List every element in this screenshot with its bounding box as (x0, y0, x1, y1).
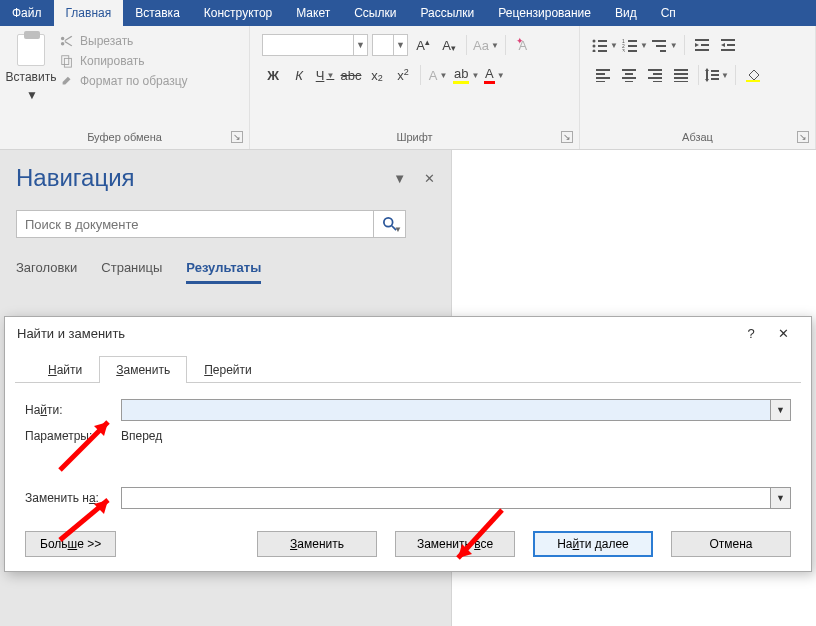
clear-formatting-button[interactable]: A✦ (512, 34, 534, 56)
superscript-button[interactable]: x2 (392, 64, 414, 86)
find-next-button[interactable]: Найти далее (533, 531, 653, 557)
menu-mailings[interactable]: Рассылки (408, 0, 486, 26)
font-name-combo[interactable]: ▼ (262, 34, 368, 56)
menu-layout[interactable]: Макет (284, 0, 342, 26)
align-center-button[interactable] (618, 64, 640, 86)
menubar: Файл Главная Вставка Конструктор Макет С… (0, 0, 816, 26)
align-right-icon (648, 68, 662, 82)
menu-references[interactable]: Ссылки (342, 0, 408, 26)
replace-label: Заменить на: (25, 491, 111, 505)
subscript-button[interactable]: x2 (366, 64, 388, 86)
decrease-indent-button[interactable] (691, 34, 713, 56)
svg-rect-35 (648, 77, 662, 79)
change-case-button[interactable]: Aa▼ (473, 34, 499, 56)
menu-insert[interactable]: Вставка (123, 0, 192, 26)
menu-review[interactable]: Рецензирование (486, 0, 603, 26)
replace-button[interactable]: Заменить (257, 531, 377, 557)
shrink-font-button[interactable]: A▾ (438, 34, 460, 56)
svg-rect-16 (660, 50, 666, 52)
bold-button[interactable]: Ж (262, 64, 284, 86)
svg-rect-47 (746, 80, 760, 82)
nav-tab-results[interactable]: Результаты (186, 260, 261, 284)
numbering-button[interactable]: 123▼ (622, 34, 648, 56)
chevron-down-icon: ▼ (26, 88, 38, 102)
dialog-tab-replace[interactable]: Заменить (99, 356, 187, 383)
cancel-button[interactable]: Отмена (671, 531, 791, 557)
svg-rect-32 (625, 81, 633, 82)
replace-history-dropdown[interactable]: ▼ (771, 487, 791, 509)
nav-dropdown[interactable]: ▼ (393, 171, 406, 186)
dialog-help-button[interactable]: ? (735, 326, 767, 341)
svg-marker-41 (705, 68, 709, 71)
svg-rect-30 (625, 73, 633, 75)
shading-button[interactable] (742, 64, 764, 86)
replace-all-button[interactable]: Заменить все (395, 531, 515, 557)
svg-rect-22 (727, 44, 735, 46)
svg-rect-3 (598, 40, 607, 42)
nav-tab-headings[interactable]: Заголовки (16, 260, 77, 284)
format-painter-button[interactable]: Формат по образцу (60, 74, 188, 88)
menu-view[interactable]: Вид (603, 0, 649, 26)
paragraph-launcher[interactable]: ↘ (797, 131, 809, 143)
search-input[interactable] (17, 211, 373, 237)
svg-rect-29 (622, 69, 636, 71)
multilevel-icon (652, 38, 668, 52)
svg-rect-34 (653, 73, 662, 75)
nav-close[interactable]: ✕ (424, 171, 435, 186)
svg-rect-17 (695, 39, 709, 41)
svg-rect-18 (701, 44, 709, 46)
dialog-close-button[interactable]: ✕ (767, 326, 799, 341)
svg-rect-31 (622, 77, 636, 79)
align-left-button[interactable] (592, 64, 614, 86)
text-effects-button[interactable]: A▼ (427, 64, 449, 86)
svg-marker-20 (695, 43, 699, 47)
search-button[interactable]: ▼ (373, 211, 405, 237)
more-button[interactable]: Больше >> (25, 531, 116, 557)
underline-button[interactable]: Ч▼ (314, 64, 336, 86)
copy-button[interactable]: Копировать (60, 54, 188, 68)
font-launcher[interactable]: ↘ (561, 131, 573, 143)
find-label: Найти: (25, 403, 111, 417)
justify-button[interactable] (670, 64, 692, 86)
svg-rect-26 (596, 73, 605, 75)
svg-rect-39 (674, 77, 688, 79)
increase-indent-button[interactable] (717, 34, 739, 56)
svg-rect-1 (64, 58, 71, 67)
font-color-button[interactable]: A▼ (483, 64, 505, 86)
cut-button[interactable]: Вырезать (60, 34, 188, 48)
italic-button[interactable]: К (288, 64, 310, 86)
menu-home[interactable]: Главная (54, 0, 124, 26)
align-center-icon (622, 68, 636, 82)
line-spacing-button[interactable]: ▼ (705, 64, 729, 86)
svg-marker-24 (721, 43, 725, 47)
find-input[interactable] (121, 399, 771, 421)
svg-rect-38 (674, 73, 688, 75)
find-replace-dialog: Найти и заменить ? ✕ Найти Заменить Пере… (4, 316, 812, 572)
svg-rect-13 (628, 50, 637, 52)
menu-file[interactable]: Файл (0, 0, 54, 26)
svg-rect-40 (674, 81, 688, 82)
bullets-button[interactable]: ▼ (592, 34, 618, 56)
svg-rect-46 (711, 78, 719, 80)
dialog-tab-goto[interactable]: Перейти (187, 356, 269, 383)
paste-button[interactable]: Вставить ▼ (6, 30, 56, 129)
params-value: Вперед (121, 429, 162, 443)
find-history-dropdown[interactable]: ▼ (771, 399, 791, 421)
menu-truncated[interactable]: Сп (649, 0, 688, 26)
font-size-combo[interactable]: ▼ (372, 34, 408, 56)
nav-tab-pages[interactable]: Страницы (101, 260, 162, 284)
dialog-tab-find[interactable]: Найти (31, 356, 99, 383)
multilevel-list-button[interactable]: ▼ (652, 34, 678, 56)
svg-rect-21 (721, 39, 735, 41)
dialog-titlebar[interactable]: Найти и заменить ? ✕ (5, 317, 811, 349)
menu-design[interactable]: Конструктор (192, 0, 284, 26)
highlight-button[interactable]: ab▼ (453, 64, 479, 86)
grow-font-button[interactable]: A▴ (412, 34, 434, 56)
strikethrough-button[interactable]: abc (340, 64, 362, 86)
clipboard-launcher[interactable]: ↘ (231, 131, 243, 143)
replace-input[interactable] (121, 487, 771, 509)
svg-point-6 (593, 50, 596, 53)
bullets-icon (592, 38, 608, 52)
svg-rect-36 (653, 81, 662, 82)
align-right-button[interactable] (644, 64, 666, 86)
